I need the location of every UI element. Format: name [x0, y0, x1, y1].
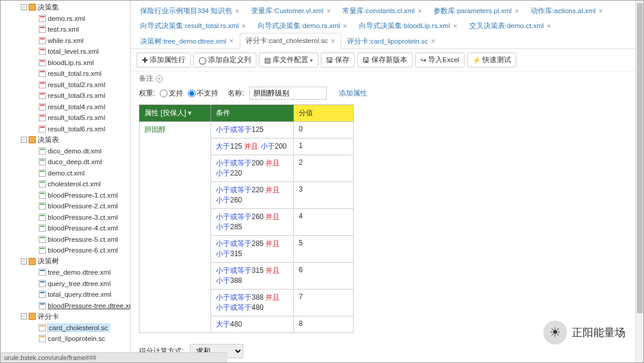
tree-item[interactable]: bloodPressure-2.ct.xml — [1, 201, 130, 212]
tab[interactable]: 评分卡:card_lipoprotein.sc× — [341, 33, 441, 49]
save-button[interactable]: 🖫保存 — [321, 53, 355, 67]
tree-item[interactable]: card_cholesterol.sc — [1, 322, 130, 334]
tab[interactable]: 变量库:Customer.vl.xml× — [245, 3, 336, 19]
cond-cell[interactable]: 小于或等于388 并且 小于或等于480 — [211, 290, 294, 316]
add-attr-link[interactable]: 添加属性 — [339, 88, 367, 99]
tab[interactable]: 向导式决策集:bloodLip.rs.xml× — [353, 18, 463, 33]
tree-item[interactable]: demo.ct.xml — [1, 168, 130, 179]
tree-item[interactable]: query_tree.dtree.xml — [1, 278, 130, 290]
tree-item[interactable]: result_total2.rs.xml — [1, 79, 130, 91]
content-area: 备注 + 权重: 支持 不支持 名称: 添加属性 属性 [投保人] ▾ 条件 分… — [131, 72, 643, 362]
tree-item[interactable]: total_query.dtree.xml — [1, 289, 130, 300]
tab[interactable]: 动作库:actions.al.xml× — [525, 3, 609, 19]
name-label: 名称: — [228, 88, 244, 99]
score-cell[interactable]: 1 — [294, 139, 354, 155]
tree-item[interactable]: result_total3.rs.xml — [1, 90, 130, 101]
tree-item[interactable]: bloodLip.rs.xml — [1, 57, 130, 69]
table-row[interactable]: 胆固醇小于或等于1250 — [140, 122, 354, 139]
lib-config-dropdown[interactable]: ▤库文件配置 — [259, 53, 318, 67]
close-icon[interactable]: × — [242, 22, 246, 30]
tree-item[interactable]: result_total5.rs.xml — [1, 112, 130, 124]
tree-item[interactable]: bloodPressure-1.ct.xml — [1, 190, 130, 201]
close-icon[interactable]: × — [515, 7, 519, 16]
cond-cell[interactable]: 大于480 — [211, 316, 294, 333]
add-attr-row-button[interactable]: ✚添加属性行 — [137, 53, 191, 67]
tree-item[interactable]: test.rs.xml — [1, 24, 130, 35]
close-icon[interactable]: × — [235, 7, 239, 16]
sidebar[interactable]: −决策集demo.rs.xmltest.rs.xmlwhile.rs.xmlto… — [1, 1, 131, 362]
close-icon[interactable]: × — [599, 7, 603, 16]
tree-item[interactable]: result_total4.rs.xml — [1, 101, 130, 113]
cond-cell[interactable]: 大于125 并且 小于200 — [211, 139, 294, 155]
tab[interactable]: 保险行业示例项目334 知识包× — [134, 3, 245, 19]
score-table: 属性 [投保人] ▾ 条件 分值 胆固醇小于或等于1250大于125 并且 小于… — [139, 104, 354, 333]
tree-item[interactable]: duco_deep.dt.xml — [1, 156, 130, 168]
tree-item[interactable]: bloodPressure-5.ct.xml — [1, 234, 130, 245]
close-icon[interactable]: × — [326, 7, 330, 16]
import-excel-button[interactable]: ↪导入Excel — [415, 53, 465, 67]
weight-label: 权重: — [139, 88, 155, 99]
cond-cell[interactable]: 小于或等于200 并且 小于220 — [211, 155, 294, 182]
tree-item[interactable]: card_lipoprotein.sc — [1, 333, 130, 344]
weight-support-radio[interactable]: 支持 — [160, 88, 183, 99]
main-panel: 保险行业示例项目334 知识包×变量库:Customer.vl.xml×常量库:… — [131, 1, 643, 362]
attr-cell[interactable]: 胆固醇 — [140, 122, 211, 333]
vertical-scrollbar[interactable] — [635, 1, 643, 362]
score-cell[interactable]: 5 — [294, 236, 354, 263]
toolbar: ✚添加属性行 ◯添加自定义列 ▤库文件配置 🖫保存 🖫保存新版本 ↪导入Exce… — [131, 49, 643, 72]
close-icon[interactable]: × — [453, 22, 457, 30]
tree-item[interactable]: tree_demo.dtree.xml — [1, 267, 130, 278]
close-icon[interactable]: × — [230, 37, 234, 45]
remark-label: 备注 — [139, 74, 153, 83]
tab[interactable]: 交叉决策表:demo.ct.xml× — [463, 18, 557, 33]
score-cell[interactable]: 4 — [294, 209, 354, 236]
tab[interactable]: 常量库:constants.cl.xml× — [336, 3, 428, 19]
remark-add-icon[interactable]: + — [156, 75, 163, 82]
tree-item[interactable]: bloodPressure-6.ct.xml — [1, 245, 130, 256]
score-cell[interactable]: 6 — [294, 263, 354, 290]
weight-unsupport-radio[interactable]: 不支持 — [188, 88, 218, 99]
tab[interactable]: 向导式决策集:demo.rs.xml× — [252, 18, 353, 33]
th-cond: 条件 — [211, 105, 294, 122]
tree-group[interactable]: −决策树 — [1, 256, 130, 267]
cond-cell[interactable]: 小于或等于285 并且 小于315 — [211, 236, 294, 263]
tree-item[interactable]: result_total6.rs.xml — [1, 124, 130, 135]
cond-cell[interactable]: 小于或等于315 并且 小于388 — [211, 263, 294, 290]
tree-group[interactable]: −决策集 — [1, 2, 130, 13]
score-cell[interactable]: 3 — [294, 182, 354, 209]
tree-group[interactable]: −评分卡 — [1, 311, 130, 322]
tab[interactable]: 向导式决策集:result_total.rs.xml× — [134, 18, 252, 33]
tree-item[interactable]: bloodPressure-tree.dtree.xml — [1, 300, 130, 312]
th-score: 分值 — [294, 105, 354, 122]
tree-item[interactable]: total_level.rs.xml — [1, 46, 130, 57]
score-cell[interactable]: 7 — [294, 290, 354, 316]
scrollbar-thumb[interactable] — [637, 3, 643, 313]
tree-item[interactable]: result_total.rs.xml — [1, 68, 130, 79]
cond-cell[interactable]: 小于或等于260 并且 小于285 — [211, 209, 294, 236]
tree-group[interactable]: −决策表 — [1, 134, 130, 146]
cond-cell[interactable]: 小于或等于220 并且 小于260 — [211, 182, 294, 209]
tab[interactable]: 决策树:tree_demo.dtree.xml× — [134, 33, 240, 49]
add-custom-col-button[interactable]: ◯添加自定义列 — [193, 53, 256, 67]
save-new-version-button[interactable]: 🖫保存新版本 — [357, 53, 413, 67]
tree-item[interactable]: bloodPressure-4.ct.xml — [1, 223, 130, 234]
tree-item[interactable]: bloodPressure-3.ct.xml — [1, 212, 130, 223]
close-icon[interactable]: × — [547, 22, 551, 30]
cond-cell[interactable]: 小于或等于125 — [211, 122, 294, 139]
tree-item[interactable]: dico_demo.dt.xml — [1, 146, 130, 157]
name-input[interactable] — [249, 87, 327, 100]
tree-item[interactable]: while.rs.xml — [1, 35, 130, 47]
score-cell[interactable]: 2 — [294, 155, 354, 182]
tree-item[interactable]: demo.rs.xml — [1, 13, 130, 24]
quick-test-button[interactable]: ⚡快速测试 — [467, 53, 516, 67]
tab[interactable]: 评分卡:card_cholesterol.sc× — [240, 33, 341, 49]
score-cell[interactable]: 8 — [294, 316, 354, 333]
close-icon[interactable]: × — [417, 7, 422, 16]
close-icon[interactable]: × — [331, 37, 335, 45]
close-icon[interactable]: × — [343, 22, 347, 30]
tab[interactable]: 参数库:parameters.pl.xml× — [428, 3, 525, 19]
score-cell[interactable]: 0 — [294, 122, 354, 139]
th-attr[interactable]: 属性 [投保人] ▾ — [140, 105, 211, 122]
close-icon[interactable]: × — [431, 37, 435, 45]
tree-item[interactable]: cholesterol.ct.xml — [1, 179, 130, 190]
